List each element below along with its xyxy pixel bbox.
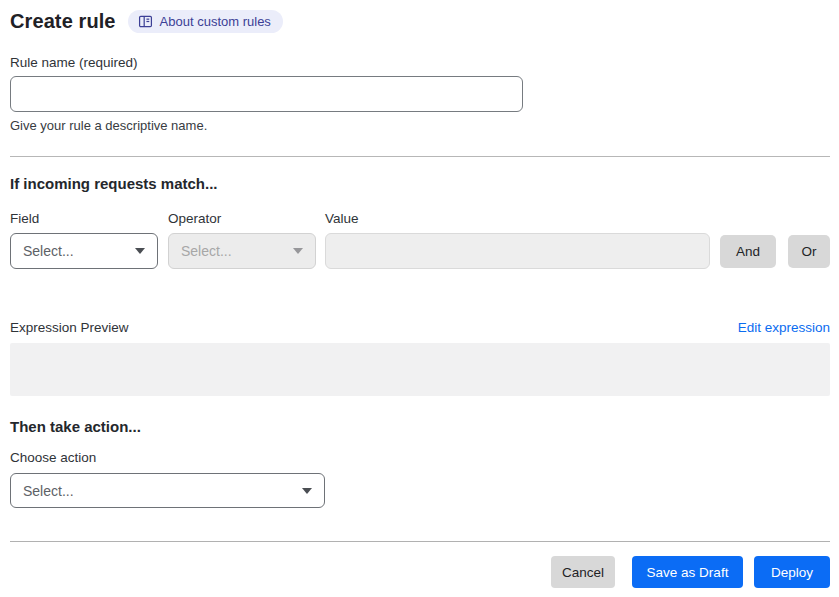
match-section-heading: If incoming requests match... <box>10 175 830 192</box>
expression-builder-labels: Field Operator Value <box>10 211 830 226</box>
operator-label: Operator <box>168 211 325 226</box>
save-as-draft-button[interactable]: Save as Draft <box>632 556 743 588</box>
value-input <box>325 233 710 269</box>
header: Create rule About custom rules <box>10 10 830 33</box>
field-select[interactable]: Select... <box>10 233 158 269</box>
action-select-value: Select... <box>23 483 74 499</box>
operator-select: Select... <box>168 233 316 269</box>
about-custom-rules-label: About custom rules <box>160 14 271 29</box>
expression-builder-row: Select... Select... And Or <box>10 233 830 269</box>
expression-preview-header: Expression Preview Edit expression <box>10 320 830 335</box>
rule-name-helper-text: Give your rule a descriptive name. <box>10 118 830 133</box>
field-label: Field <box>10 211 168 226</box>
page-title: Create rule <box>10 10 116 33</box>
chevron-down-icon <box>302 488 312 494</box>
rule-name-input[interactable] <box>10 76 523 112</box>
action-section-heading: Then take action... <box>10 418 830 435</box>
field-select-value: Select... <box>23 243 74 259</box>
value-label: Value <box>325 211 359 226</box>
rule-name-label: Rule name (required) <box>10 55 830 70</box>
create-rule-form: Create rule About custom rules Rule name… <box>0 0 839 588</box>
chevron-down-icon <box>293 248 303 254</box>
expression-preview-box <box>10 343 830 396</box>
edit-expression-link[interactable]: Edit expression <box>738 320 830 335</box>
footer-divider <box>10 541 830 542</box>
and-button[interactable]: And <box>720 235 776 268</box>
or-button[interactable]: Or <box>788 235 830 268</box>
section-divider-top <box>10 156 830 157</box>
book-icon <box>138 14 153 29</box>
footer-actions: Cancel Save as Draft Deploy <box>10 556 830 588</box>
expression-preview-label: Expression Preview <box>10 320 129 335</box>
deploy-button[interactable]: Deploy <box>754 556 830 588</box>
cancel-button[interactable]: Cancel <box>551 556 615 588</box>
chevron-down-icon <box>135 248 145 254</box>
about-custom-rules-link[interactable]: About custom rules <box>128 10 283 33</box>
operator-select-value: Select... <box>181 243 232 259</box>
action-select[interactable]: Select... <box>10 473 325 508</box>
choose-action-label: Choose action <box>10 450 830 465</box>
